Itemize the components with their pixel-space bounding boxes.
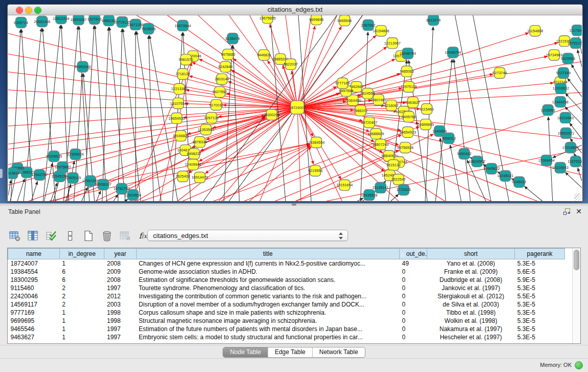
column-header[interactable]: in_degree xyxy=(59,249,104,259)
table-cell[interactable]: Hescheler et al. (1997) xyxy=(427,333,515,341)
table-cell[interactable]: 2 xyxy=(59,284,104,292)
table-cell[interactable]: 9777169 xyxy=(8,309,60,317)
collapsed-splitter-handle[interactable] xyxy=(0,169,3,178)
graph-edge[interactable] xyxy=(114,194,118,201)
table-cell[interactable]: 5.3E-5 xyxy=(515,317,565,325)
graph-node[interactable]: 15692971 xyxy=(558,128,574,139)
graph-node[interactable]: 10899695 xyxy=(418,119,434,130)
new-table-icon[interactable] xyxy=(82,229,95,243)
graph-node[interactable]: 9227349 xyxy=(556,68,571,78)
table-cell[interactable]: 5.5E-5 xyxy=(515,292,565,300)
graph-node[interactable]: 16948794 xyxy=(445,47,461,58)
table-cell[interactable]: 2 xyxy=(59,292,104,300)
graph-node[interactable]: 16914479 xyxy=(191,172,208,183)
table-cell[interactable]: 5.6E-5 xyxy=(515,268,565,276)
table-cell[interactable]: 2008 xyxy=(104,276,136,284)
table-cell[interactable]: 19384554 xyxy=(8,268,60,276)
graph-node[interactable]: 3822037 xyxy=(284,59,298,70)
graph-node[interactable]: 9245032 xyxy=(512,177,527,187)
graph-edge[interactable] xyxy=(186,90,297,107)
table-cell[interactable]: 9465546 xyxy=(8,325,60,333)
table-cell[interactable]: 9463627 xyxy=(8,333,60,341)
table-cell[interactable]: 2 xyxy=(59,300,104,309)
table-cell[interactable]: Estimation of significance thresholds fo… xyxy=(136,276,399,284)
table-cell[interactable]: 5.3E-5 xyxy=(515,284,565,292)
table-cell[interactable]: 5.3E-5 xyxy=(515,309,565,317)
graph-node[interactable]: 9475685 xyxy=(221,49,235,60)
graph-node[interactable]: 8135474 xyxy=(226,33,240,44)
select-all-check-icon[interactable] xyxy=(45,229,58,243)
graph-edge[interactable] xyxy=(110,27,125,201)
table-row[interactable]: 1830029562008Estimation of significance … xyxy=(8,276,565,284)
graph-edge[interactable] xyxy=(123,29,141,201)
graph-node[interactable]: 20691406 xyxy=(34,16,50,27)
graph-edge[interactable] xyxy=(8,180,11,195)
network-canvas[interactable]: 1872400718300295193845542242004699615702… xyxy=(8,15,582,201)
node-table-grid[interactable]: namein_degreeyeartitle△out_de...shortpag… xyxy=(8,248,565,341)
graph-node[interactable]: 9273744 xyxy=(492,68,507,78)
graph-node[interactable]: 19654923 xyxy=(400,127,416,138)
graph-node[interactable]: 9463627 xyxy=(406,97,420,107)
graph-node[interactable]: 20953346 xyxy=(74,61,91,72)
graph-edge[interactable] xyxy=(17,179,25,201)
graph-node[interactable]: 11675333 xyxy=(568,156,582,167)
table-cell[interactable]: Structural magnetic resonance image aver… xyxy=(136,317,399,325)
table-cell[interactable]: 6 xyxy=(59,268,104,276)
graph-node[interactable]: 10151654 xyxy=(336,180,353,190)
graph-node[interactable]: 12213383 xyxy=(171,83,187,94)
graph-node[interactable]: 7485063 xyxy=(400,66,414,77)
graph-node[interactable]: 9267130 xyxy=(204,113,219,123)
row-height-icon[interactable] xyxy=(63,229,77,243)
graph-node[interactable]: 12444158 xyxy=(552,96,569,107)
table-cell[interactable]: 9115460 xyxy=(8,284,60,292)
graph-node[interactable]: 2803144 xyxy=(214,74,229,84)
graph-edge[interactable] xyxy=(568,78,582,97)
graph-node[interactable]: 11154898 xyxy=(527,26,543,36)
graph-node[interactable]: 9450432 xyxy=(457,148,471,159)
table-row[interactable]: 1872400712008Changes of HCN gene express… xyxy=(8,259,565,268)
table-cell[interactable]: Dudbridge et al. (2008) xyxy=(427,276,515,284)
table-cell[interactable]: 1997 xyxy=(104,284,136,292)
graph-node[interactable]: 19734983 xyxy=(546,50,562,60)
graph-node[interactable]: 9115460 xyxy=(420,103,434,114)
table-cell[interactable]: 5.3E-5 xyxy=(515,325,565,333)
graph-node[interactable]: 9215953 xyxy=(308,165,322,176)
table-cell[interactable]: Investigating the contribution of common… xyxy=(136,292,399,300)
graph-node[interactable]: 10210643 xyxy=(552,162,569,173)
graph-edge[interactable] xyxy=(297,107,537,201)
table-cell[interactable]: 14569117 xyxy=(8,300,60,309)
graph-edge[interactable] xyxy=(297,15,337,107)
table-cell[interactable]: Embryonic stem cells: a model to study s… xyxy=(136,333,399,341)
graph-edge[interactable] xyxy=(125,199,128,201)
graph-node[interactable]: 17359924 xyxy=(67,149,83,160)
table-cell[interactable]: Tourette syndrome. Phenomenology and cla… xyxy=(136,284,399,292)
table-cell[interactable]: 6 xyxy=(59,276,104,284)
table-row[interactable]: 1938455462009Genome-wide association stu… xyxy=(8,268,565,276)
graph-node[interactable]: 9961570 xyxy=(179,54,193,65)
graph-node[interactable]: 15720407 xyxy=(361,117,377,128)
table-cell[interactable]: 0 xyxy=(400,268,427,276)
graph-edge[interactable] xyxy=(565,172,582,188)
graph-edge[interactable] xyxy=(578,168,582,181)
graph-edge[interactable] xyxy=(8,72,297,107)
table-cell[interactable]: 1 xyxy=(59,325,104,333)
graph-node[interactable]: 10653267 xyxy=(70,15,86,25)
table-row[interactable]: 911546021997Tourette syndrome. Phenomeno… xyxy=(8,284,565,292)
graph-edge[interactable] xyxy=(192,62,297,107)
graph-edge[interactable] xyxy=(95,26,106,201)
table-cell[interactable]: Wolkin et al. (1998) xyxy=(427,317,515,325)
table-row[interactable]: 946362711997Embryonic stem cells: a mode… xyxy=(8,333,565,341)
table-cell[interactable]: Stergiakouli et al. (2012) xyxy=(427,292,515,300)
table-row[interactable]: 1456911722003Disruption of a novel membe… xyxy=(8,300,565,309)
graph-edge[interactable] xyxy=(79,26,89,201)
graph-node[interactable]: 11173044 xyxy=(569,25,582,36)
table-cell[interactable]: Tibbo et al. (1998) xyxy=(427,309,515,317)
graph-node[interactable]: 9777169 xyxy=(335,78,350,89)
graph-node[interactable]: 20206535 xyxy=(46,151,62,162)
table-cell[interactable]: 1 xyxy=(59,309,104,317)
table-row[interactable]: 977716911998Corpus callosum shape and si… xyxy=(8,309,565,317)
table-cell[interactable]: 5.3E-5 xyxy=(515,333,565,341)
graph-node[interactable]: 9495786 xyxy=(402,112,416,122)
graph-edge[interactable] xyxy=(454,59,471,201)
graph-node[interactable]: 8427552 xyxy=(212,86,227,97)
